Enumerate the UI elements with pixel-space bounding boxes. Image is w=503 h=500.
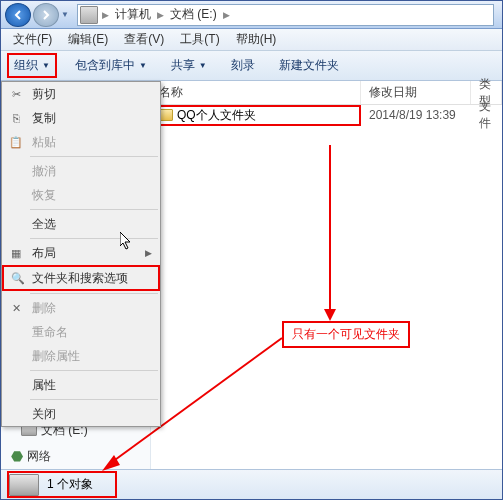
cut-icon: ✂ (8, 86, 24, 102)
layout-icon: ▦ (8, 245, 24, 261)
organize-label: 组织 (14, 57, 38, 74)
breadcrumb-sep: ▶ (100, 10, 111, 20)
organize-button[interactable]: 组织 ▼ (7, 53, 57, 78)
include-library-button[interactable]: 包含到库中 ▼ (69, 54, 153, 77)
delete-icon: ✕ (8, 300, 24, 316)
nav-history-dropdown[interactable]: ▼ (61, 10, 73, 19)
copy-icon: ⎘ (8, 110, 24, 126)
organize-dropdown: ✂剪切 ⎘复制 📋粘贴 撤消 恢复 全选 ▦布局▶ 🔍文件夹和搜索选项 ✕删除 … (1, 81, 161, 427)
share-button[interactable]: 共享 ▼ (165, 54, 213, 77)
menu-rename: 重命名 (2, 320, 160, 344)
drive-icon (9, 474, 39, 496)
new-folder-label: 新建文件夹 (279, 57, 339, 74)
burn-label: 刻录 (231, 57, 255, 74)
menu-tools[interactable]: 工具(T) (172, 29, 227, 50)
annotation-label: 只有一个可见文件夹 (282, 321, 410, 348)
menu-help[interactable]: 帮助(H) (228, 29, 285, 50)
menu-separator (30, 293, 158, 294)
network-icon: ⬣ (11, 448, 23, 464)
menu-layout[interactable]: ▦布局▶ (2, 241, 160, 265)
menu-separator (30, 370, 158, 371)
content-area: ✂剪切 ⎘复制 📋粘贴 撤消 恢复 全选 ▦布局▶ 🔍文件夹和搜索选项 ✕删除 … (1, 81, 502, 469)
new-folder-button[interactable]: 新建文件夹 (273, 54, 345, 77)
col-header-name[interactable]: 名称 (151, 81, 361, 104)
nav-back-button[interactable] (5, 3, 31, 27)
menu-remove-props: 删除属性 (2, 344, 160, 368)
menu-redo: 恢复 (2, 183, 160, 207)
file-date: 2014/8/19 13:39 (361, 108, 471, 122)
menu-folder-options[interactable]: 🔍文件夹和搜索选项 (2, 265, 160, 291)
menu-delete: ✕删除 (2, 296, 160, 320)
file-name: QQ个人文件夹 (177, 107, 256, 124)
menu-separator (30, 156, 158, 157)
breadcrumb-sep: ▶ (221, 10, 232, 20)
dropdown-arrow-icon: ▼ (42, 61, 50, 70)
share-label: 共享 (171, 57, 195, 74)
menu-separator (30, 399, 158, 400)
menu-edit[interactable]: 编辑(E) (60, 29, 116, 50)
nav-forward-button (33, 3, 59, 27)
menu-close[interactable]: 关闭 (2, 402, 160, 426)
menu-paste: 📋粘贴 (2, 130, 160, 154)
burn-button[interactable]: 刻录 (225, 54, 261, 77)
paste-icon: 📋 (8, 134, 24, 150)
menu-separator (30, 209, 158, 210)
menu-undo: 撤消 (2, 159, 160, 183)
column-headers: 名称 修改日期 类型 (151, 81, 502, 105)
submenu-arrow-icon: ▶ (145, 248, 152, 258)
menu-file[interactable]: 文件(F) (5, 29, 60, 50)
menu-properties[interactable]: 属性 (2, 373, 160, 397)
include-label: 包含到库中 (75, 57, 135, 74)
statusbar: 1 个对象 (1, 469, 502, 499)
address-bar[interactable]: ▶ 计算机 ▶ 文档 (E:) ▶ (77, 4, 494, 26)
file-name-cell: QQ个人文件夹 (151, 105, 361, 126)
menu-separator (30, 238, 158, 239)
menu-view[interactable]: 查看(V) (116, 29, 172, 50)
breadcrumb-drive[interactable]: 文档 (E:) (166, 6, 221, 23)
file-list-pane: 名称 修改日期 类型 QQ个人文件夹 2014/8/19 13:39 文件 (151, 81, 502, 469)
menu-copy[interactable]: ⎘复制 (2, 106, 160, 130)
menubar: 文件(F) 编辑(E) 查看(V) 工具(T) 帮助(H) (1, 29, 502, 51)
menu-cut[interactable]: ✂剪切 (2, 82, 160, 106)
menu-select-all[interactable]: 全选 (2, 212, 160, 236)
titlebar: ▼ ▶ 计算机 ▶ 文档 (E:) ▶ (1, 1, 502, 29)
file-row[interactable]: QQ个人文件夹 2014/8/19 13:39 文件 (151, 105, 502, 125)
toolbar: 组织 ▼ 包含到库中 ▼ 共享 ▼ 刻录 新建文件夹 (1, 51, 502, 81)
breadcrumb-computer[interactable]: 计算机 (111, 6, 155, 23)
dropdown-arrow-icon: ▼ (199, 61, 207, 70)
folder-options-icon: 🔍 (10, 270, 26, 286)
file-type: 文件 (471, 98, 502, 132)
col-header-date[interactable]: 修改日期 (361, 81, 471, 104)
sidebar-network[interactable]: ⬣网络 (1, 447, 150, 465)
drive-icon (80, 6, 98, 24)
breadcrumb-sep: ▶ (155, 10, 166, 20)
dropdown-arrow-icon: ▼ (139, 61, 147, 70)
